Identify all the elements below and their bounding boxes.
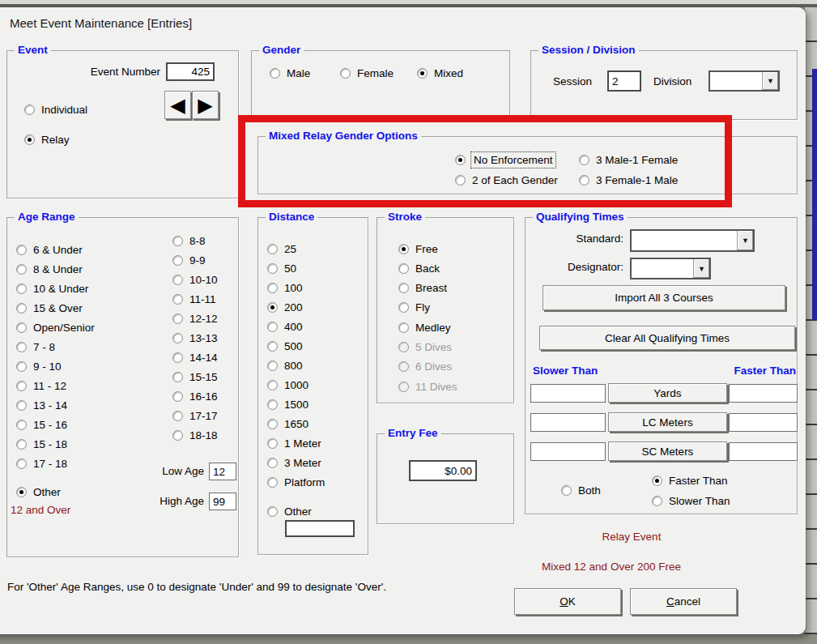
radio-distance-200[interactable]: 200 [267,301,303,314]
radio-distance-800[interactable]: 800 [267,359,303,373]
radio-age-10-and-under[interactable]: 10 & Under [16,282,88,296]
radio-distance-other[interactable]: Other [267,505,312,518]
radio-age-18-18[interactable]: 18-18 [172,429,218,442]
radio-age-10-10[interactable]: 10-10 [172,273,218,287]
radio-age-14-14[interactable]: 14-14 [172,351,218,365]
sc-meters-faster-input[interactable] [729,442,798,461]
radio-distance-400[interactable]: 400 [267,320,303,334]
radio-age-8-8[interactable]: 8-8 [172,234,206,248]
radio-stroke-breast[interactable]: Breast [398,281,447,295]
radio-age-6-and-under[interactable]: 6 & Under [16,243,83,257]
radio-age-17-18[interactable]: 17 - 18 [16,457,67,471]
high-age-input[interactable] [209,493,236,510]
standard-dropdown[interactable]: ▼ [630,229,755,252]
entry-fee-input[interactable] [409,460,477,481]
radio-age-16-16[interactable]: 16-16 [172,390,218,403]
radio-no-enforcement[interactable]: No Enforcement [455,153,555,167]
radio-faster-than[interactable]: Faster Than [652,474,728,488]
radio-age-15-18[interactable]: 15 - 18 [16,437,67,451]
chevron-down-icon[interactable]: ▼ [693,259,709,278]
ok-button[interactable]: OK [514,588,621,615]
radio-age-8-and-under[interactable]: 8 & Under [16,262,83,276]
previous-event-button[interactable]: ◀ [164,91,191,119]
sc-meters-button[interactable]: SC Meters [608,441,727,461]
radio-distance-25[interactable]: 25 [267,242,296,256]
radio-distance-50[interactable]: 50 [267,262,296,275]
radio-3-male-1-female[interactable]: 3 Male-1 Female [579,153,678,167]
radio-2-of-each-gender[interactable]: 2 of Each Gender [455,173,558,187]
radio-icon [398,361,409,372]
designator-label: Designator: [534,261,623,273]
next-event-button[interactable]: ▶ [192,91,219,119]
radio-both[interactable]: Both [561,484,601,497]
distance-group-label: Distance [266,211,317,223]
chevron-down-icon[interactable]: ▼ [762,72,778,90]
radio-icon [267,360,278,371]
radio-icon [267,302,278,313]
radio-stroke-fly[interactable]: Fly [398,301,430,314]
radio-icon [16,487,27,497]
radio-age-11-12[interactable]: 11 - 12 [16,379,66,393]
low-age-input[interactable] [209,463,236,480]
designator-dropdown[interactable]: ▼ [630,258,711,279]
session-division-group-label: Session / Division [538,44,639,56]
lc-meters-faster-input[interactable] [729,413,798,432]
age-range-group-label: Age Range [15,211,79,223]
radio-age-15-16[interactable]: 15 - 16 [16,418,67,432]
radio-stroke-free[interactable]: Free [398,242,438,256]
radio-distance-500[interactable]: 500 [267,339,303,353]
radio-age-7-8[interactable]: 7 - 8 [16,340,55,354]
yards-faster-input[interactable] [729,384,798,403]
event-number-input[interactable] [166,62,215,81]
radio-age-13-13[interactable]: 13-13 [172,331,218,345]
sc-meters-slower-input[interactable] [530,442,606,461]
radio-icon [16,284,27,294]
radio-age-17-17[interactable]: 17-17 [172,409,218,423]
radio-icon [16,245,27,255]
cancel-button[interactable]: Cancel [630,588,737,615]
radio-stroke-back[interactable]: Back [398,262,440,275]
radio-stroke-medley[interactable]: Medley [398,321,451,335]
radio-3-female-1-male[interactable]: 3 Female-1 Male [579,173,678,187]
right-arrow-icon: ▶ [198,96,212,115]
radio-icon [267,244,278,254]
radio-distance-1000[interactable]: 1000 [267,378,309,392]
radio-distance-1500[interactable]: 1500 [267,398,309,412]
radio-age-9-9[interactable]: 9-9 [172,254,206,267]
radio-gender-female[interactable]: Female [340,66,394,80]
radio-age-12-12[interactable]: 12-12 [172,312,218,326]
radio-age-9-10[interactable]: 9 - 10 [16,360,62,373]
radio-distance-platform[interactable]: Platform [267,476,325,489]
radio-relay[interactable]: Relay [24,133,70,147]
import-all-courses-button[interactable]: Import All 3 Courses [543,285,785,310]
clear-all-qualifying-times-button[interactable]: Clear All Qualifying Times [539,326,795,350]
radio-distance-1-meter[interactable]: 1 Meter [267,437,321,450]
radio-age-15-15[interactable]: 15-15 [172,370,218,384]
radio-age-15-and-over[interactable]: 15 & Over [16,301,83,315]
radio-age-open-senior[interactable]: Open/Senior [16,321,95,335]
radio-age-11-11[interactable]: 11-11 [172,292,216,306]
radio-icon [455,175,466,186]
lc-meters-slower-input[interactable] [530,413,606,432]
radio-icon [16,303,27,313]
radio-gender-mixed[interactable]: Mixed [417,66,463,80]
distance-other-input[interactable] [285,520,355,537]
yards-button[interactable]: Yards [608,383,727,403]
radio-icon [16,400,27,411]
session-input[interactable] [607,70,641,92]
radio-icon [172,411,183,421]
division-dropdown[interactable]: ▼ [708,70,780,92]
radio-icon [398,283,409,293]
chevron-down-icon[interactable]: ▼ [737,231,753,250]
radio-age-13-14[interactable]: 13 - 14 [16,399,67,412]
radio-slower-than[interactable]: Slower Than [652,494,730,508]
lc-meters-button[interactable]: LC Meters [608,412,727,432]
radio-distance-1650[interactable]: 1650 [267,417,309,431]
radio-distance-3-meter[interactable]: 3 Meter [267,456,321,470]
radio-age-other[interactable]: Other [16,485,61,499]
radio-gender-male[interactable]: Male [270,66,310,80]
yards-slower-input[interactable] [530,384,606,403]
radio-distance-100[interactable]: 100 [267,281,303,295]
qualifying-times-group-label: Qualifying Times [533,211,628,223]
radio-individual[interactable]: Individual [24,103,87,117]
